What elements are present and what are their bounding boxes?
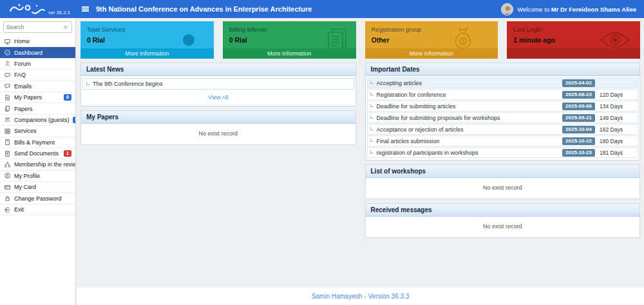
- bullet-icon: [370, 81, 374, 84]
- date-badge: 2025-08-23: [562, 91, 595, 99]
- companions-count-badge: 0: [73, 117, 75, 124]
- sidebar-item-label: Services: [14, 128, 37, 134]
- date-row: registration of participants in workshop…: [367, 147, 639, 158]
- card-value: Other: [365, 33, 498, 44]
- welcome-area: Welcome to Mr Dr Fereidoon Shams Aliee: [501, 3, 644, 15]
- user-avatar[interactable]: [501, 3, 513, 15]
- sidebar-item-my-papers[interactable]: My Papers 0: [0, 92, 75, 103]
- sidebar-item-label: Home: [14, 38, 30, 44]
- latest-news-panel: Latest News The 9th Conference begins Vi…: [80, 63, 356, 106]
- search-input[interactable]: [6, 24, 62, 30]
- sidebar-item-home[interactable]: Home: [0, 36, 75, 47]
- left-column: Total Services 0 Rial More Information B…: [80, 21, 356, 284]
- sidebar-item-exit[interactable]: Exit: [0, 204, 75, 215]
- sidebar-item-label: FAQ: [14, 72, 26, 78]
- news-item-text: The 9th Conference begins: [93, 81, 163, 87]
- menu-icon[interactable]: [80, 3, 91, 14]
- date-badge: 2025-04-02: [562, 79, 595, 87]
- send-documents-count-badge: 1: [64, 150, 71, 157]
- card-title: Last Login: [507, 21, 640, 33]
- sidebar-item-companions[interactable]: Companions (guests) 0: [0, 115, 75, 126]
- total-services-card: Total Services 0 Rial More Information: [80, 21, 214, 59]
- grid-icon: [4, 128, 11, 135]
- sidebar-item-label: My Papers: [14, 94, 42, 101]
- sidebar-item-bills-payment[interactable]: Bills & Payment: [0, 137, 75, 148]
- dashboard-icon: [4, 49, 11, 56]
- avatar-image: [502, 4, 513, 15]
- sidebar-item-dashboard[interactable]: Dashboard: [0, 47, 75, 58]
- days-remaining: 181 Days: [595, 150, 635, 156]
- card-title: Billing leftover: [223, 21, 356, 33]
- right-column: Registration group Other $ More Informat…: [365, 21, 641, 284]
- more-information-link[interactable]: More Information: [365, 48, 498, 59]
- sidebar-item-label: Papers: [14, 106, 33, 112]
- bullet-icon: [370, 115, 374, 119]
- more-information-link[interactable]: More Information: [80, 48, 214, 59]
- messages-panel: Received messages No exist record: [365, 203, 641, 238]
- date-row: Registration for conference 2025-08-23 1…: [367, 89, 639, 100]
- bullet-icon: [370, 139, 374, 142]
- sidebar-item-label: Dashboard: [14, 50, 43, 56]
- date-badge: 2025-10-04: [562, 126, 595, 133]
- sidebar-item-membership-reviewer-committee[interactable]: Membership in the reviewer committee: [0, 159, 75, 170]
- sidebar-item-change-password[interactable]: Change Password: [0, 193, 75, 204]
- main-content: Total Services 0 Rial More Information B…: [77, 18, 644, 288]
- latest-news-header: Latest News: [81, 63, 355, 76]
- version-caption: ver 36.3.3: [48, 10, 70, 15]
- my-papers-count-badge: 0: [64, 94, 71, 101]
- workshops-panel: List of workshops No exist record: [365, 164, 641, 199]
- date-label: Acceptance or rejection of articles: [377, 126, 563, 133]
- news-item[interactable]: The 9th Conference begins: [82, 78, 354, 90]
- date-badge: 2025-09-06: [562, 103, 595, 110]
- welcome-text: Welcome to Mr Dr Fereidoon Shams Aliee: [517, 6, 636, 13]
- sidebar-item-label: Send Documents: [14, 150, 59, 157]
- more-information-link[interactable]: More Information: [223, 48, 356, 59]
- card-value: 0 Rial: [80, 33, 214, 44]
- date-row: Deadline for submitting proposals for wo…: [367, 112, 639, 123]
- date-row: Accepting articles 2025-04-02: [367, 77, 639, 88]
- days-remaining: 180 Days: [595, 138, 635, 144]
- important-dates-header: Important Dates: [366, 63, 640, 76]
- clear-search-icon[interactable]: [62, 24, 69, 30]
- sidebar-item-label: Bills & Payment: [14, 139, 55, 146]
- sidebar-item-label: Emails: [14, 83, 32, 90]
- bullet-icon: [370, 150, 374, 153]
- date-label: Registration for conference: [377, 92, 563, 98]
- sidebar-item-send-documents[interactable]: Send Documents 1: [0, 148, 75, 159]
- date-label: Deadline for submitting articles: [377, 103, 563, 110]
- billing-leftover-card: Billing leftover 0 Rial More Information: [223, 21, 356, 59]
- sidebar-item-forum[interactable]: Forum: [0, 59, 75, 70]
- important-dates-panel: Important Dates Accepting articles 2025-…: [365, 63, 641, 161]
- footer: Samin Hamayesh - Version 36.3.3: [77, 288, 644, 305]
- registration-group-card: Registration group Other $ More Informat…: [365, 21, 498, 59]
- date-label: Final articles submission: [377, 138, 563, 144]
- welcome-prefix: Welcome to: [517, 6, 549, 13]
- papers-icon: [4, 105, 11, 112]
- sidebar-item-label: Change Password: [14, 195, 62, 202]
- days-remaining: 134 Days: [595, 103, 635, 110]
- date-label: Accepting articles: [377, 80, 563, 86]
- lock-icon: [4, 195, 11, 202]
- sidebar-item-services[interactable]: Services: [0, 126, 75, 137]
- days-remaining: 120 Days: [595, 92, 635, 98]
- date-badge: 2025-09-21: [562, 114, 595, 122]
- last-login-card: Last Login 1 minute ago: [507, 21, 640, 59]
- sidebar-search: [3, 21, 72, 33]
- top-bar: ver 36.3.3 9th National Conference on Ad…: [0, 0, 644, 18]
- my-papers-header: My Papers: [81, 111, 355, 124]
- sidebar-item-papers[interactable]: Papers: [0, 103, 75, 114]
- sidebar-item-faq[interactable]: FAQ: [0, 70, 75, 81]
- my-papers-panel: My Papers No exist record: [80, 110, 356, 145]
- card-value: 1 minute ago: [507, 33, 640, 44]
- chat-icon: [4, 72, 11, 79]
- sidebar-item-my-card[interactable]: My Card: [0, 182, 75, 193]
- sidebar-item-my-profile[interactable]: My Profile: [0, 171, 75, 182]
- sidebar-item-emails[interactable]: Emails: [0, 81, 75, 92]
- view-all-link[interactable]: View All: [81, 91, 355, 104]
- sidebar-item-label: My Card: [14, 184, 36, 190]
- sidebar-item-label: Membership in the reviewer committee: [14, 161, 75, 168]
- group-icon: [4, 161, 11, 168]
- bullet-icon: [370, 127, 374, 130]
- card-footer-strip: [507, 48, 640, 59]
- page-title: 9th National Conference on Advances in E…: [96, 5, 312, 13]
